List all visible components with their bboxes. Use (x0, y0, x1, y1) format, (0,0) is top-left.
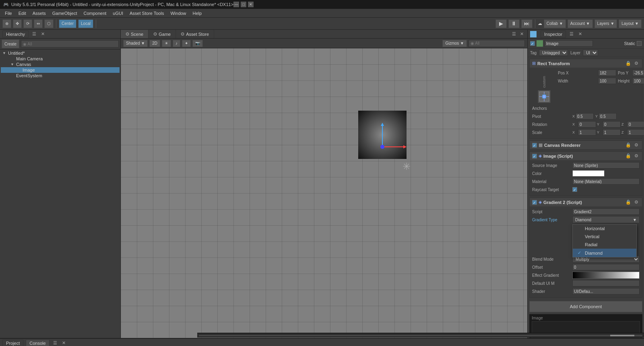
fx-icon[interactable]: ✦ (182, 40, 191, 47)
hierarchy-menu-icon[interactable]: ☰ (31, 31, 37, 37)
play-button[interactable]: ▶ (495, 19, 507, 28)
posy-input[interactable] (632, 70, 644, 76)
gradient2-settings[interactable]: ⚙ (633, 199, 640, 205)
raycast-checkbox[interactable] (572, 187, 577, 192)
local-button[interactable]: Local (78, 19, 93, 28)
shader-input[interactable] (572, 288, 640, 295)
transform-tool-3[interactable]: ⇔ (34, 19, 43, 28)
maximize-button[interactable]: □ (241, 2, 246, 7)
canvas-renderer-enable[interactable] (532, 143, 537, 148)
offset-input[interactable] (572, 264, 640, 270)
rect-settings-icon[interactable]: ⚙ (633, 60, 640, 66)
viewport-close-icon[interactable]: ✕ (519, 31, 525, 37)
project-close-icon[interactable]: ✕ (61, 340, 67, 346)
step-button[interactable]: ⏭ (521, 19, 533, 28)
script-input[interactable] (572, 208, 640, 215)
anchors-widget[interactable] (538, 90, 551, 103)
menu-file[interactable]: File (2, 10, 15, 16)
dropdown-item-vertical[interactable]: Vertical (573, 233, 636, 241)
rect-lock-icon[interactable]: 🔒 (624, 60, 632, 66)
menu-assets[interactable]: Assets (29, 10, 49, 16)
scene-search-input[interactable] (469, 40, 525, 47)
hierarchy-close-icon[interactable]: ✕ (40, 31, 46, 37)
dropdown-item-diamond[interactable]: ✓ Diamond (573, 249, 636, 257)
audio-icon[interactable]: ♪ (173, 40, 180, 47)
width-input[interactable] (598, 78, 616, 84)
gizmos-button[interactable]: Gizmos ▼ (442, 40, 467, 47)
gradient-type-dropdown[interactable]: Diamond ▼ (572, 216, 640, 223)
gradient2-header[interactable]: ◈ Gradient 2 (Script) 🔒 ⚙ (530, 198, 642, 206)
rot-z-input[interactable] (627, 121, 644, 128)
transform-tool-1[interactable]: ✥ (13, 19, 22, 28)
pivot-x-input[interactable] (576, 113, 594, 119)
layout-button[interactable]: Layout ▼ (619, 19, 642, 28)
rect-transform-header[interactable]: ⊞ Rect Transform 🔒 ⚙ (530, 59, 642, 68)
minimize-button[interactable]: — (233, 2, 239, 7)
menu-component[interactable]: Component (80, 10, 109, 16)
layers-button[interactable]: Layers ▼ (594, 19, 617, 28)
default-ui-input[interactable] (572, 280, 640, 286)
pivot-y-input[interactable] (599, 113, 617, 119)
scene-view[interactable]: ✳ (121, 48, 527, 338)
canvas-renderer-header[interactable]: ▦ Canvas Renderer 🔒 ⚙ (530, 141, 642, 149)
tree-item-image[interactable]: Image (1, 67, 120, 73)
mode-2d-button[interactable]: 2D (149, 40, 160, 47)
tab-scene[interactable]: ⊙ Scene (121, 30, 149, 38)
static-checkbox[interactable] (637, 41, 642, 46)
collab-button[interactable]: Collab ▼ (544, 19, 566, 28)
pause-button[interactable]: ⏸ (508, 19, 520, 28)
height-input[interactable] (632, 78, 644, 84)
canvas-renderer-lock[interactable]: 🔒 (624, 142, 632, 148)
menu-edit[interactable]: Edit (15, 10, 29, 16)
scale-y-input[interactable] (603, 129, 621, 136)
object-name-input[interactable] (545, 40, 593, 47)
dropdown-item-horizontal[interactable]: Horizontal (573, 224, 636, 233)
close-button[interactable]: ✕ (248, 2, 254, 7)
tab-assetstore[interactable]: ⊙ Asset Store (176, 30, 214, 38)
canvas-renderer-settings[interactable]: ⚙ (633, 142, 640, 148)
inspector-menu-icon[interactable]: ☰ (568, 31, 575, 37)
hierarchy-tab[interactable]: Hierarchy (2, 31, 29, 38)
color-swatch[interactable] (572, 170, 605, 177)
tab-game[interactable]: ⊙ Game (149, 30, 176, 38)
center-button[interactable]: Center (59, 19, 76, 28)
shading-button[interactable]: Shaded ▼ (123, 40, 148, 47)
tree-item-canvas[interactable]: ▼ Canvas (1, 62, 120, 67)
layer-select[interactable]: UI (583, 49, 598, 56)
gradient2-lock[interactable]: 🔒 (624, 199, 632, 205)
menu-help[interactable]: Help (190, 10, 205, 16)
scene-gradient-object[interactable] (358, 111, 407, 159)
menu-window[interactable]: Window (167, 10, 189, 16)
tree-item-maincamera[interactable]: Main Camera (1, 56, 120, 62)
tree-item-eventsystem[interactable]: EventSystem (1, 73, 120, 78)
gradient2-enable[interactable] (532, 200, 537, 205)
lighting-icon[interactable]: ☀ (162, 40, 171, 47)
transform-tool-0[interactable]: ⊕ (2, 19, 11, 28)
add-component-button[interactable]: Add Component (529, 301, 642, 312)
inspector-close-icon[interactable]: ✕ (577, 31, 583, 37)
project-tab[interactable]: Project (2, 340, 23, 346)
dropdown-item-radial[interactable]: Radial (573, 241, 636, 249)
object-active-checkbox[interactable] (530, 41, 535, 46)
viewport-menu-icon[interactable]: ☰ (511, 31, 517, 37)
scale-z-input[interactable] (627, 129, 644, 136)
scene-camera-icon[interactable]: 📷 (192, 40, 203, 47)
hierarchy-create-button[interactable]: Create (2, 39, 19, 48)
project-menu-icon[interactable]: ☰ (52, 340, 58, 346)
inspector-tab[interactable]: Inspector (541, 31, 566, 38)
menu-ugui[interactable]: uGUI (109, 10, 126, 16)
effect-gradient-widget[interactable] (572, 272, 640, 279)
image-lock[interactable]: 🔒 (624, 153, 632, 159)
tree-item-untitled[interactable]: ▼ Untitled* (1, 50, 120, 56)
image-script-header[interactable]: ◈ Image (Script) 🔒 ⚙ (530, 152, 642, 160)
posx-input[interactable] (598, 70, 616, 76)
tag-select[interactable]: Untagged (539, 49, 568, 56)
rot-x-input[interactable] (578, 121, 596, 128)
material-input[interactable] (572, 178, 640, 185)
image-settings[interactable]: ⚙ (633, 153, 640, 159)
hierarchy-search-input[interactable] (21, 40, 119, 47)
menu-assetstore[interactable]: Asset Store Tools (126, 10, 167, 16)
source-image-input[interactable] (572, 162, 640, 169)
transform-tool-2[interactable]: ⟳ (23, 19, 32, 28)
rot-y-input[interactable] (603, 121, 621, 128)
